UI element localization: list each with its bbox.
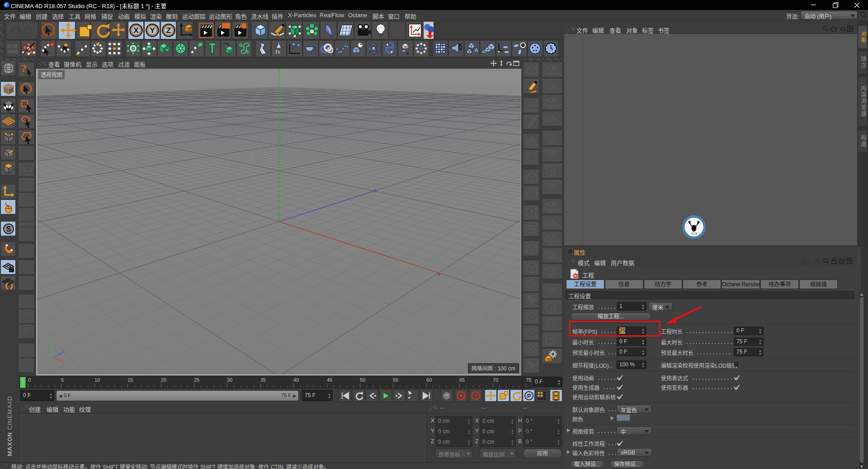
svg-text:0: 0: [398, 30, 402, 38]
svg-text:?: ?: [474, 393, 477, 399]
svg-text:.fx: .fx: [274, 48, 281, 55]
svg-text:行走者: 行走者: [690, 232, 697, 235]
svg-text:Y: Y: [51, 341, 54, 345]
svg-text:P: P: [527, 393, 531, 399]
svg-text:X: X: [133, 26, 139, 35]
svg-text:Z: Z: [166, 26, 171, 35]
svg-text:X: X: [61, 360, 64, 365]
svg-text:S: S: [6, 225, 11, 233]
svg-text:?: ?: [21, 63, 27, 74]
svg-text:PSR: PSR: [391, 24, 404, 31]
svg-text:Y: Y: [150, 26, 155, 35]
svg-text:Z: Z: [62, 349, 65, 354]
